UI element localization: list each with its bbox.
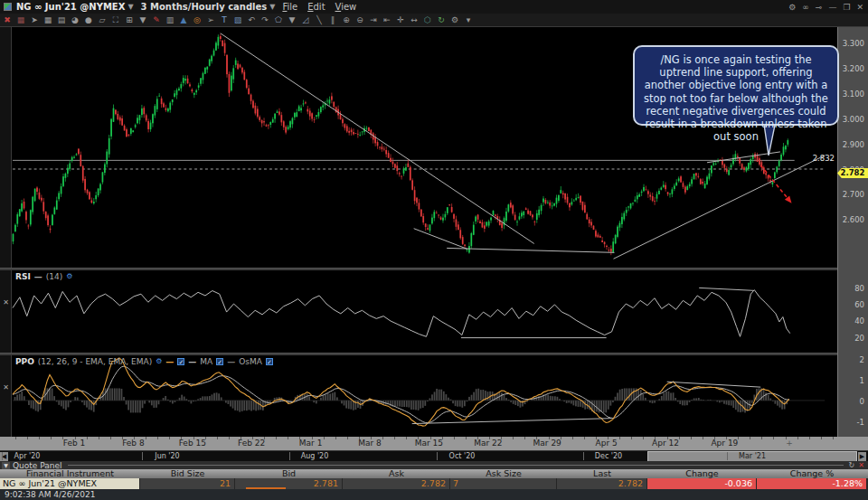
ppo-trendline — [412, 419, 612, 424]
date-axis[interactable]: Feb 1Feb 8Feb 15Feb 22Mar 1Mar 8Mar 15Ma… — [0, 437, 868, 450]
chart-type-icon[interactable]: ▧ — [232, 14, 243, 25]
rsi-settings-icon[interactable]: ⚙ — [66, 272, 72, 280]
price-axis[interactable]: 3.3003.2003.1003.0002.9002.8002.7002.600… — [837, 27, 868, 437]
quote-refresh-icon[interactable]: ↻ — [849, 461, 855, 469]
cursor-icon[interactable]: ➤ — [29, 14, 40, 25]
undo-icon[interactable]: ↶ — [246, 14, 257, 25]
quote-cell-ask: 2.782 — [343, 478, 450, 489]
close-icon[interactable]: ✕ — [856, 3, 863, 12]
quote-row[interactable]: NG ∞ Jun'21 @NYMEX212.7812.78272.782-0.0… — [0, 478, 868, 489]
panel-left-strip: ✕ ✕ — [0, 27, 12, 437]
navigator-tick — [142, 452, 143, 460]
zoom-in-icon[interactable]: ⊕ — [341, 14, 352, 25]
ppo-chart-canvas[interactable] — [12, 355, 837, 437]
menu-view[interactable]: View — [335, 2, 357, 12]
redo-icon[interactable]: ↷ — [259, 14, 270, 25]
date-label: Feb 1 — [63, 439, 86, 448]
timeline-navigator[interactable]: ◀ ▶ Apr '20Jun '20Aug '20Oct '20Dec '20M… — [0, 450, 868, 461]
ppo-tick-label: -1 — [839, 418, 864, 427]
navigator-label: Apr '20 — [14, 452, 41, 460]
filter-icon[interactable]: ▼ — [137, 14, 148, 25]
quote-close-icon[interactable]: ✕ — [858, 461, 864, 469]
trendline-icon[interactable]: ╲ — [314, 14, 325, 25]
ppo-settings-icon[interactable]: ⚙ — [156, 357, 162, 365]
osma-checkbox[interactable]: ✓ — [266, 358, 273, 365]
zoom-out-icon[interactable]: ⊖ — [354, 14, 365, 25]
navigator-tick — [583, 452, 584, 460]
target-icon[interactable]: ◎ — [192, 14, 203, 25]
quote-col-ask-size[interactable]: Ask Size — [450, 469, 557, 478]
price-tick-label: 3.300 — [839, 39, 864, 48]
title-bar: NG ∞ Jun'21 @NYMEX ▼ 3 Months/Hourly can… — [0, 0, 868, 14]
quote-col-bid[interactable]: Bid — [235, 469, 343, 478]
rsi-panel-close-icon[interactable]: ✕ — [2, 298, 10, 307]
quote-col-bid-size[interactable]: Bid Size — [140, 469, 235, 478]
ppo-line-swatch: — — [165, 357, 174, 366]
quote-col-last[interactable]: Last — [557, 469, 647, 478]
rsi-tick-label: 60 — [839, 300, 864, 309]
image-icon[interactable]: ⛶ — [110, 14, 121, 25]
expand-left-icon[interactable]: ⇤ — [382, 14, 392, 25]
wrench-icon[interactable]: ⚙ — [449, 14, 460, 25]
text-tool-icon[interactable]: T — [219, 14, 230, 25]
remove-chart-icon[interactable]: ✖ — [2, 14, 13, 25]
refresh-icon[interactable]: ↻ — [436, 14, 447, 25]
expand-right-icon[interactable]: ⇥ — [368, 14, 379, 25]
annotate-icon[interactable]: ✎ — [151, 14, 162, 25]
quote-cell-instrument: NG ∞ Jun'21 @NYMEX — [0, 478, 140, 489]
cube-icon[interactable]: ⬡ — [422, 14, 433, 25]
date-minor-tick — [833, 437, 834, 439]
navigator-label: Jun '20 — [155, 452, 179, 460]
menu-edit[interactable]: Edit — [307, 2, 325, 12]
crosshair-icon[interactable]: ✛ — [395, 14, 406, 25]
quote-col-financial-instrument[interactable]: Financial Instrument — [0, 469, 140, 478]
navigator-tick — [437, 452, 438, 460]
date-minor-tick — [750, 437, 750, 439]
quote-col-change[interactable]: Change — [647, 469, 757, 478]
quote-cell-ask-size: 7 — [450, 478, 557, 489]
heatmap-icon[interactable]: ▦ — [15, 14, 26, 25]
grid-icon[interactable]: ⊞ — [124, 14, 135, 25]
channel-icon[interactable]: ∥ — [327, 14, 338, 25]
quote-panel-collapse-icon[interactable]: ▼ — [2, 462, 10, 469]
settings-gear-icon[interactable]: ⚙ — [788, 3, 796, 12]
contract-selector[interactable]: NG ∞ Jun'21 @NYMEX — [16, 2, 125, 12]
ppo-panel-close-icon[interactable]: ✕ — [2, 383, 10, 392]
date-minor-tick — [572, 437, 573, 439]
link-icon[interactable]: ∞ — [802, 3, 809, 12]
bar-chart-icon[interactable]: ▥ — [165, 14, 175, 25]
date-minor-tick — [691, 437, 692, 439]
navigator-right-arrow[interactable]: ▶ — [858, 452, 866, 461]
rsi-chart-canvas[interactable] — [12, 270, 837, 353]
date-minor-tick — [619, 437, 620, 439]
pan-icon[interactable]: ↔ — [409, 14, 420, 25]
pointer-icon[interactable]: ➢ — [205, 14, 216, 25]
ruler-icon[interactable]: ◿ — [300, 14, 311, 25]
layout-grid-icon[interactable]: ▦ — [42, 14, 53, 25]
price-tick-label: 2.900 — [839, 140, 864, 149]
print-icon[interactable]: ▤ — [56, 14, 67, 25]
polygon-icon[interactable]: ⬠ — [273, 14, 284, 25]
timeframe-dropdown-icon[interactable]: ▼ — [269, 3, 275, 11]
menu-file[interactable]: File — [282, 2, 297, 12]
date-axis-plus-icon[interactable]: + — [786, 439, 793, 448]
annotation-callout[interactable]: /NG is once again testing the uptrend li… — [633, 45, 839, 126]
ppo-line-checkbox[interactable]: ✓ — [177, 358, 184, 365]
dot-icon[interactable]: ● — [83, 14, 94, 25]
more-dropdown-icon[interactable]: ▾ — [463, 14, 474, 25]
contract-dropdown-icon[interactable]: ▼ — [127, 3, 133, 11]
quote-col-change-[interactable]: Change % — [757, 469, 867, 478]
minimize-icon[interactable]: — — [828, 3, 836, 12]
osma-swatch: — — [227, 357, 235, 366]
ma-checkbox[interactable]: ✓ — [216, 358, 223, 365]
price-tick-label: 3.000 — [839, 115, 864, 124]
funnel-icon[interactable]: ▼ — [287, 14, 297, 25]
timeframe-selector[interactable]: 3 Months/Hourly candles — [141, 2, 268, 12]
pin-icon[interactable]: ⊸ — [816, 3, 823, 12]
pie-icon[interactable]: ◕ — [70, 14, 80, 25]
indicator-icon[interactable]: ▲ — [178, 14, 189, 25]
quote-col-ask[interactable]: Ask — [343, 469, 450, 478]
restore-icon[interactable]: ❐ — [843, 3, 850, 12]
folder-icon[interactable]: ▱ — [97, 14, 108, 25]
trendline — [414, 229, 467, 250]
